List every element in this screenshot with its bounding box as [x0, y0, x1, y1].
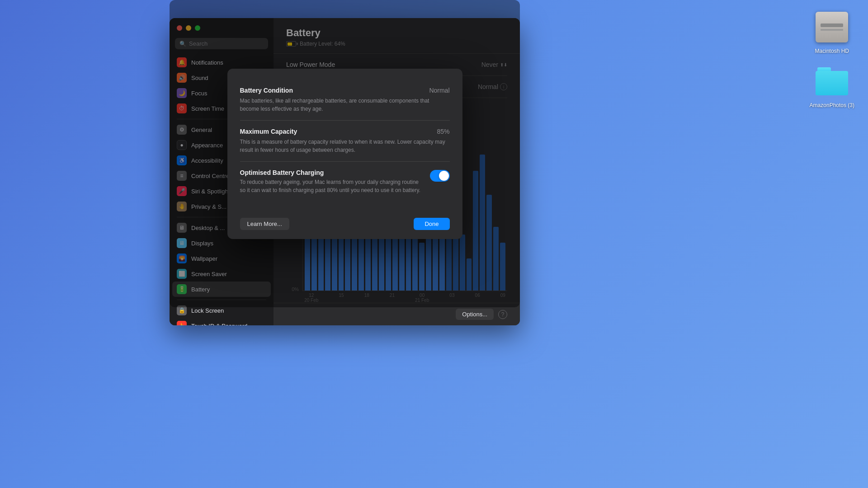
optimised-charging-row: Optimised Battery Charging To reduce bat… [240, 169, 450, 194]
optimised-charging-text: Optimised Battery Charging To reduce bat… [240, 169, 421, 194]
modal-footer: Learn More... Done [227, 211, 462, 239]
folder-graphic [816, 67, 848, 95]
maximum-capacity-value: 85% [437, 128, 449, 135]
maximum-capacity-desc: This is a measure of battery capacity re… [240, 138, 450, 154]
lock-screen-label: Lock Screen [191, 307, 224, 314]
modal-content: Battery Condition Normal Mac batteries, … [227, 69, 462, 211]
battery-condition-title: Battery Condition [240, 87, 293, 94]
battery-condition-value: Normal [429, 87, 449, 94]
done-button[interactable]: Done [414, 218, 449, 230]
help-button[interactable]: ? [498, 310, 507, 319]
optimised-charging-desc: To reduce battery ageing, your Mac learn… [240, 178, 421, 194]
desktop-icons: Macintosh HD AmazonPhotos (3) [810, 9, 854, 108]
touch-id-label: Touch ID & Password [191, 323, 247, 326]
macintosh-hd-icon[interactable]: Macintosh HD [814, 9, 850, 54]
battery-condition-header: Battery Condition Normal [240, 87, 450, 94]
touch-id-icon: 👆 [177, 321, 187, 325]
hdd-graphic [816, 12, 848, 42]
maximum-capacity-header: Maximum Capacity 85% [240, 128, 450, 135]
toggle-knob [439, 171, 449, 181]
modal-overlay: Battery Condition Normal Mac batteries, … [170, 0, 520, 307]
maximum-capacity-section: Maximum Capacity 85% This is a measure o… [240, 121, 450, 162]
maximum-capacity-title: Maximum Capacity [240, 128, 297, 135]
options-button[interactable]: Options... [456, 309, 494, 320]
macintosh-hd-label: Macintosh HD [815, 48, 849, 54]
battery-condition-desc: Mac batteries, like all rechargeable bat… [240, 97, 450, 113]
amazon-photos-label: AmazonPhotos (3) [810, 102, 854, 108]
optimised-charging-title: Optimised Battery Charging [240, 169, 421, 176]
learn-more-button[interactable]: Learn More... [240, 218, 289, 230]
optimised-charging-toggle[interactable] [430, 170, 450, 182]
amazon-photos-icon[interactable]: AmazonPhotos (3) [810, 63, 854, 108]
sidebar-item-touch-id[interactable]: 👆 Touch ID & Password [172, 318, 271, 325]
optimised-charging-section: Optimised Battery Charging To reduce bat… [240, 162, 450, 202]
battery-health-modal: Battery Condition Normal Mac batteries, … [227, 69, 462, 239]
battery-condition-section: Battery Condition Normal Mac batteries, … [240, 80, 450, 121]
